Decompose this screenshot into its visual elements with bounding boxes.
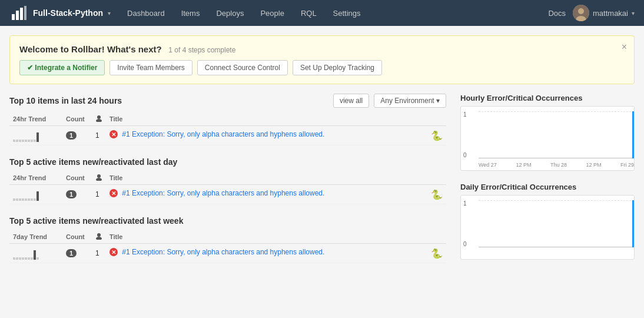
step1-button[interactable]: ✔ Integrate a Notifier — [19, 60, 105, 75]
error-icon: ✕ — [109, 189, 118, 197]
main-content: Top 10 items in last 24 hours view all A… — [0, 94, 644, 275]
svg-rect-2 — [16, 11, 19, 20]
python-icon: 🐍 — [431, 189, 443, 200]
instances-cell: 1 — [92, 126, 106, 145]
banner-title: Welcome to Rollbar! What's next? — [19, 44, 162, 54]
table-row: 1 1 ✕ #1 Exception: Sorry, only alpha ch… — [9, 185, 446, 204]
svg-point-11 — [96, 178, 102, 181]
section1-header: Top 10 items in last 24 hours view all A… — [9, 94, 446, 108]
left-panel: Top 10 items in last 24 hours view all A… — [9, 94, 446, 275]
error-icon: ✕ — [109, 248, 118, 256]
nav-deploys[interactable]: Deploys — [209, 5, 251, 21]
svg-rect-1 — [12, 14, 15, 20]
nav-items[interactable]: Items — [174, 5, 207, 21]
svg-rect-3 — [20, 8, 23, 20]
user-chevron-icon: ▾ — [632, 10, 635, 16]
section-top5-week: Top 5 active items new/reactivated last … — [9, 216, 446, 263]
title-cell: ✕ #1 Exception: Sorry, only alpha charac… — [106, 185, 446, 204]
chart2-title: Daily Error/Critical Occurrences — [460, 183, 635, 191]
banner-steps-label: 1 of 4 steps complete — [168, 46, 235, 54]
table-row: 1 1 ✕ #1 Exception: Sorry, only alpha ch… — [9, 126, 446, 145]
navbar-right: Docs mattmakai ▾ — [548, 5, 635, 21]
count-badge: 1 — [66, 190, 77, 198]
count-badge: 1 — [66, 131, 77, 140]
welcome-banner: Welcome to Rollbar! What's next? 1 of 4 … — [9, 35, 635, 84]
python-icon: 🐍 — [431, 130, 443, 141]
col-user — [92, 230, 106, 244]
nav-people[interactable]: People — [253, 5, 291, 21]
username-label: mattmakai — [593, 9, 628, 18]
section-top10: Top 10 items in last 24 hours view all A… — [9, 94, 446, 145]
nav-dashboard[interactable]: Dashboard — [120, 5, 172, 21]
chart1-x-label-2: Thu 28 — [550, 162, 567, 168]
chart2-y-bottom: 0 — [463, 241, 467, 247]
chart1-area: 1 0 Wed 27 12 PM Thu 28 12 PM Fri 29 — [460, 106, 635, 171]
banner-close-button[interactable]: × — [622, 42, 627, 52]
chart1-y-top: 1 — [463, 111, 467, 118]
nav-settings[interactable]: Settings — [326, 5, 368, 21]
avatar — [573, 5, 589, 21]
section3-header: Top 5 active items new/reactivated last … — [9, 216, 446, 226]
svg-point-8 — [97, 115, 101, 119]
svg-point-10 — [97, 174, 101, 178]
chart1-line-area — [479, 111, 634, 158]
col-count: Count — [62, 171, 92, 185]
count-cell: 1 — [62, 126, 92, 145]
docs-link[interactable]: Docs — [548, 9, 566, 18]
col-count: Count — [62, 112, 92, 126]
error-link[interactable]: #1 Exception: Sorry, only alpha characte… — [122, 189, 324, 197]
section1-title: Top 10 items in last 24 hours — [9, 96, 122, 105]
chart1-x-label-0: Wed 27 — [479, 162, 497, 168]
error-link[interactable]: #1 Exception: Sorry, only alpha characte… — [122, 130, 324, 138]
count-badge: 1 — [66, 249, 77, 257]
error-link[interactable]: #1 Exception: Sorry, only alpha characte… — [122, 248, 324, 256]
environment-dropdown[interactable]: Any Environment ▾ — [374, 94, 446, 108]
svg-point-12 — [97, 233, 101, 237]
chart1-section: Hourly Error/Critical Occurrences 1 0 We… — [460, 94, 635, 171]
col-user — [92, 171, 106, 185]
trend-cell — [9, 185, 62, 204]
chart2-y-top: 1 — [463, 200, 467, 207]
section1-controls: view all Any Environment ▾ — [333, 94, 446, 108]
chart1-blue-bar — [632, 111, 634, 158]
chart2-area: 1 0 — [460, 195, 635, 260]
chart1-x-label-3: 12 PM — [586, 162, 601, 168]
python-icon: 🐍 — [431, 248, 443, 259]
col-title: Title — [106, 112, 446, 126]
navbar: Full-Stack-Python ▾ Dashboard Items Depl… — [0, 0, 644, 26]
col-user — [92, 112, 106, 126]
brand-chevron-icon: ▾ — [108, 10, 111, 16]
error-icon: ✕ — [109, 130, 118, 138]
right-panel: Hourly Error/Critical Occurrences 1 0 We… — [446, 94, 635, 275]
chart1-x-labels: Wed 27 12 PM Thu 28 12 PM Fri 29 — [479, 162, 634, 168]
step4-button[interactable]: Set Up Deploy Tracking — [293, 60, 382, 75]
chart2-blue-bar — [632, 200, 634, 247]
brand[interactable]: Full-Stack-Python ▾ — [9, 4, 111, 22]
instances-cell: 1 — [92, 185, 106, 204]
col-trend: 24hr Trend — [9, 112, 62, 126]
step3-button[interactable]: Connect Source Control — [197, 60, 288, 75]
count-cell: 1 — [62, 244, 92, 263]
col-title: Title — [106, 230, 446, 244]
section2-header: Top 5 active items new/reactivated last … — [9, 157, 446, 167]
section2-title: Top 5 active items new/reactivated last … — [9, 157, 177, 167]
main-nav: Dashboard Items Deploys People RQL Setti… — [120, 5, 548, 21]
svg-rect-4 — [24, 6, 26, 20]
count-cell: 1 — [62, 185, 92, 204]
col-title: Title — [106, 171, 446, 185]
user-menu[interactable]: mattmakai ▾ — [573, 5, 635, 21]
section2-table: 24hr Trend Count Title — [9, 171, 446, 204]
step2-button[interactable]: Invite Team Members — [109, 60, 192, 75]
view-all-button[interactable]: view all — [333, 94, 369, 108]
chart1-x-label-1: 12 PM — [516, 162, 531, 168]
svg-point-13 — [96, 237, 102, 240]
instances-cell: 1 — [92, 244, 106, 263]
chart2-line-area — [479, 200, 634, 247]
nav-rql[interactable]: RQL — [294, 5, 324, 21]
trend-cell — [9, 244, 62, 263]
col-count: Count — [62, 230, 92, 244]
title-cell: ✕ #1 Exception: Sorry, only alpha charac… — [106, 244, 446, 263]
banner-actions: ✔ Integrate a Notifier Invite Team Membe… — [19, 60, 625, 75]
logo-icon — [9, 4, 28, 22]
table-row: 1 1 ✕ #1 Exception: Sorry, only alpha ch… — [9, 244, 446, 263]
